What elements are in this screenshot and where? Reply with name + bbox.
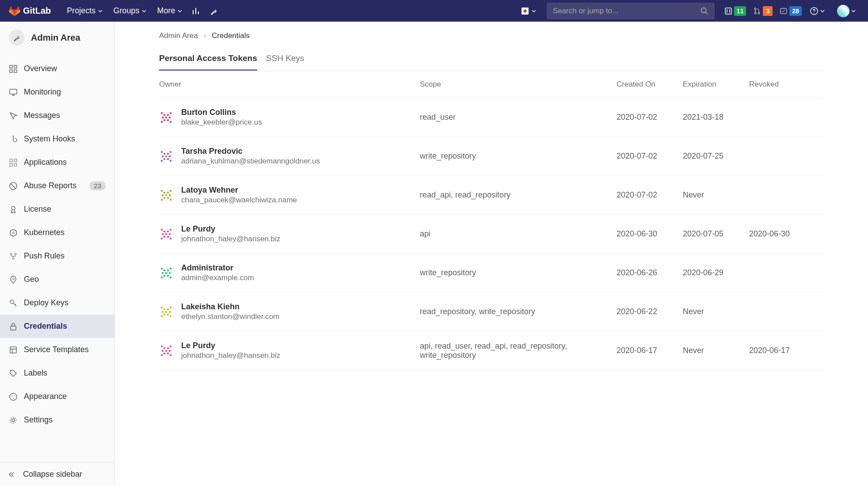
sidebar-title[interactable]: Admin Area bbox=[0, 22, 114, 53]
svg-point-5 bbox=[758, 12, 760, 14]
search-box[interactable] bbox=[547, 3, 715, 19]
svg-rect-30 bbox=[161, 112, 163, 114]
svg-rect-35 bbox=[162, 117, 164, 118]
svg-rect-75 bbox=[170, 268, 171, 270]
sidebar-item-system-hooks[interactable]: System Hooks bbox=[0, 127, 114, 151]
svg-rect-95 bbox=[170, 315, 171, 317]
svg-rect-73 bbox=[170, 238, 171, 239]
svg-rect-41 bbox=[161, 151, 163, 153]
brand-text: GitLab bbox=[23, 6, 51, 16]
created-cell: 2020-06-26 bbox=[617, 268, 683, 277]
sidebar-item-abuse-reports[interactable]: Abuse Reports23 bbox=[0, 174, 114, 197]
owner-avatar[interactable] bbox=[159, 305, 173, 319]
help-icon bbox=[810, 7, 819, 15]
owner-avatar[interactable] bbox=[159, 227, 173, 241]
brand-logo[interactable]: GitLab bbox=[9, 5, 51, 17]
tab-ssh[interactable]: SSH Keys bbox=[266, 47, 305, 71]
chevron-down-icon bbox=[851, 9, 856, 13]
svg-rect-23 bbox=[10, 347, 16, 353]
sidebar-item-geo[interactable]: Geo bbox=[0, 268, 114, 291]
owner-name[interactable]: Le Purdy bbox=[181, 341, 280, 350]
sidebar-item-appearance[interactable]: Appearance bbox=[0, 385, 114, 408]
nav-user-menu[interactable] bbox=[833, 5, 856, 17]
sidebar-item-deploy-keys[interactable]: Deploy Keys bbox=[0, 291, 114, 315]
sidebar-item-push-rules[interactable]: Push Rules bbox=[0, 244, 114, 268]
svg-rect-2 bbox=[725, 8, 731, 14]
sidebar-item-labels[interactable]: Labels bbox=[0, 361, 114, 385]
owner-name[interactable]: Tarsha Predovic bbox=[181, 147, 320, 156]
svg-rect-45 bbox=[165, 156, 167, 157]
nav-analytics[interactable] bbox=[187, 7, 205, 15]
sidebar-item-messages[interactable]: Messages bbox=[0, 104, 114, 127]
svg-rect-100 bbox=[165, 350, 167, 352]
svg-rect-85 bbox=[161, 307, 163, 308]
owner-email: admin@example.com bbox=[181, 273, 254, 282]
nav-groups[interactable]: Groups bbox=[108, 6, 152, 15]
nav-merge-requests[interactable]: 3 bbox=[753, 6, 773, 16]
svg-rect-61 bbox=[161, 199, 163, 201]
owner-avatar[interactable] bbox=[159, 188, 173, 202]
th-owner: Owner bbox=[159, 80, 420, 89]
breadcrumb-sep: › bbox=[204, 31, 206, 40]
nav-more[interactable]: More bbox=[152, 6, 187, 15]
breadcrumb: Admin Area › Credentials bbox=[159, 31, 824, 40]
owner-avatar[interactable] bbox=[159, 149, 173, 163]
svg-rect-57 bbox=[162, 194, 164, 196]
sidebar-item-credentials[interactable]: Credentials bbox=[0, 315, 114, 338]
svg-point-3 bbox=[754, 8, 756, 10]
tab-pat[interactable]: Personal Access Tokens bbox=[159, 47, 257, 71]
svg-rect-97 bbox=[170, 346, 171, 347]
svg-point-16 bbox=[12, 232, 14, 234]
nav-todos[interactable]: 28 bbox=[780, 6, 802, 16]
tabs: Personal Access Tokens SSH Keys bbox=[159, 47, 824, 71]
nav-plus[interactable] bbox=[517, 7, 541, 15]
svg-rect-63 bbox=[161, 229, 163, 231]
svg-rect-44 bbox=[167, 153, 169, 155]
owner-avatar[interactable] bbox=[159, 266, 173, 280]
th-revoked: Revoked bbox=[749, 80, 815, 89]
sidebar-item-settings[interactable]: Settings bbox=[0, 408, 114, 432]
table-row: Le Purdyjohnathon_haley@hansen.bizapi, r… bbox=[159, 331, 824, 370]
wrench-icon bbox=[12, 33, 21, 42]
owner-name[interactable]: Lakeisha Kiehn bbox=[181, 302, 279, 311]
owner-name[interactable]: Administrator bbox=[181, 263, 254, 273]
nav-help[interactable] bbox=[805, 7, 829, 15]
lock-icon bbox=[9, 322, 18, 331]
sidebar-item-label: Monitoring bbox=[24, 87, 61, 97]
svg-point-9 bbox=[13, 136, 14, 137]
owner-name[interactable]: Burton Collins bbox=[181, 108, 262, 117]
search-input[interactable] bbox=[553, 7, 700, 15]
scope-cell: write_repository bbox=[420, 268, 617, 277]
svg-rect-67 bbox=[165, 233, 167, 235]
owner-avatar[interactable] bbox=[159, 344, 173, 358]
nav-admin-wrench[interactable] bbox=[205, 7, 223, 15]
sidebar-item-applications[interactable]: Applications bbox=[0, 151, 114, 174]
sidebar-item-label: License bbox=[24, 205, 51, 214]
svg-rect-46 bbox=[162, 156, 164, 157]
owner-email: ethelyn.stanton@windler.com bbox=[181, 312, 279, 321]
sidebar: Admin Area OverviewMonitoringMessagesSys… bbox=[0, 22, 115, 486]
svg-rect-70 bbox=[164, 236, 165, 238]
sidebar-item-license[interactable]: License bbox=[0, 197, 114, 221]
svg-rect-82 bbox=[167, 275, 169, 277]
table-row: Tarsha Predovicadriana_kuhlman@stiedeman… bbox=[159, 137, 824, 176]
svg-rect-50 bbox=[161, 160, 163, 162]
breadcrumb-root[interactable]: Admin Area bbox=[159, 31, 198, 40]
chevron-down-icon bbox=[142, 9, 146, 13]
expiration-cell: 2021-03-18 bbox=[683, 113, 749, 122]
sidebar-item-monitoring[interactable]: Monitoring bbox=[0, 80, 114, 104]
sidebar-item-service-templates[interactable]: Service Templates bbox=[0, 338, 114, 361]
owner-name[interactable]: Le Purdy bbox=[181, 224, 280, 234]
nav-projects[interactable]: Projects bbox=[61, 6, 108, 15]
sidebar-item-label: Credentials bbox=[24, 322, 67, 331]
table-row: Latoya Wehnerchara_paucek@waelchiwiza.na… bbox=[159, 176, 824, 215]
svg-point-19 bbox=[12, 258, 14, 259]
nav-issues[interactable]: 11 bbox=[724, 6, 746, 16]
owner-avatar[interactable] bbox=[159, 110, 173, 125]
sidebar-item-kubernetes[interactable]: Kubernetes bbox=[0, 221, 114, 244]
svg-rect-32 bbox=[164, 114, 165, 116]
collapse-sidebar[interactable]: Collapse sidebar bbox=[0, 462, 114, 486]
svg-rect-10 bbox=[10, 159, 12, 162]
sidebar-item-overview[interactable]: Overview bbox=[0, 57, 114, 80]
owner-name[interactable]: Latoya Wehner bbox=[181, 186, 297, 195]
